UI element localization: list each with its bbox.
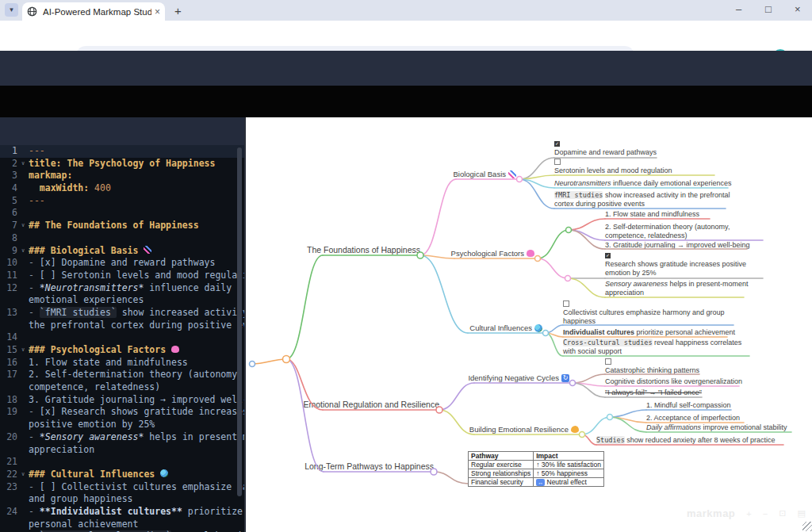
editor-row[interactable]: 12- *Neurotransmitters* influence daily [0,282,244,295]
editor-line-number: 4 [0,182,17,195]
editor-row[interactable]: competence, relatedness) [0,381,244,394]
editor-line-text: appreciation [29,444,244,457]
editor-row[interactable]: 9∨### Biological Basis [0,245,244,258]
editor-line-number: 6 [0,207,17,220]
editor-row[interactable]: 10- [x] Dopamine and reward pathways [0,257,244,270]
editor-row[interactable]: 22∨### Cultural Influences [0,469,244,481]
fold-gutter [17,232,29,245]
fold-caret-icon[interactable]: ∨ [17,158,29,170]
editor-line-number: 21 [0,456,17,469]
fold-gutter [17,481,29,494]
editor-line-text: maxWidth: 400 [29,182,244,195]
fold-caret-icon[interactable]: ∨ [17,245,29,258]
node-circle-negcycles[interactable] [570,381,576,386]
editor-line-text: - [x] Dopamine and reward pathways [29,257,244,270]
editor-row[interactable]: 20- *Sensory awareness* helps in present… [0,431,244,444]
editor-line-text [29,456,244,469]
node-circle-psychological[interactable] [535,256,541,262]
fold-caret-icon[interactable]: ∨ [17,469,29,481]
zoom-out-icon[interactable]: − [763,509,768,519]
fold-caret-icon[interactable]: ∨ [17,220,29,232]
editor-row[interactable]: 15∨### Psychological Factors [0,344,244,357]
editor-line-number [0,519,17,531]
editor-row[interactable]: 183. Gratitude journaling → improved wel… [0,394,244,407]
new-tab-button[interactable]: + [174,4,182,17]
table-cell-pathway: Strong relationships [469,469,534,478]
table-row: Financial security Neutral effect [469,478,604,487]
editor-row[interactable]: 8 [0,232,244,245]
editor-row[interactable]: 11- [ ] Serotonin levels and mood regula… [0,270,244,282]
markmap-brand[interactable]: markmap [687,507,735,519]
editor-scrollbar[interactable] [237,147,242,496]
editor-row[interactable]: 19- [x] Research shows gratitude increas… [0,406,244,419]
node-circle-psy-bullet-group[interactable] [565,276,571,281]
editor-row[interactable]: emotional experiences [0,294,244,307]
editor-row[interactable]: 14 [0,331,244,344]
pathways-impact-table: PathwayImpactRegular exercise↑ 30% life … [468,451,604,487]
table-cell-impact: Neutral effect [534,478,604,487]
resize-grip[interactable] [802,522,812,531]
editor-row[interactable]: 4 maxWidth: 400 [0,182,244,195]
node-circle-biological[interactable] [517,177,523,182]
editor-line-number: 5 [0,195,17,208]
node-circle-res-ordered-group[interactable] [607,415,613,420]
editor-row[interactable]: the prefrontal cortex during positive ev… [0,320,244,332]
editor-line-text: 2. Self-determination theory (autonomy, [29,369,244,381]
fold-gutter [17,331,29,344]
fit-window-icon[interactable]: ⊡ [779,508,786,519]
editor-row[interactable]: 24- **Individualist cultures** prioritiz… [0,506,244,519]
editor-row[interactable]: 23- [ ] Collectivist cultures emphasize … [0,481,244,494]
editor-line-number: 14 [0,331,17,344]
editor-row[interactable]: 161. Flow state and mindfulness [0,357,244,369]
editor-line-text: ### Psychological Factors [29,344,244,357]
editor-line-text: - **Individualist cultures** prioritize [29,506,244,519]
editor-line-number: 20 [0,431,17,444]
markdown-editor[interactable]: 1---2∨title: The Psychology of Happiness… [0,145,244,532]
node-circle-longterm[interactable] [431,469,437,475]
editor-line-number: 17 [0,369,17,381]
editor-row[interactable]: 3markmap: [0,170,244,182]
editor-line-text: personal achievement [29,519,244,531]
node-circle-root-parent[interactable] [250,362,255,367]
recenter-icon[interactable]: ▤ [797,508,805,519]
editor-row[interactable]: positive emotion by 25% [0,419,244,431]
editor-row[interactable]: and group happiness [0,493,244,506]
editor-row[interactable]: 172. Self-determination theory (autonomy… [0,369,244,381]
zoom-in-icon[interactable]: + [746,509,751,519]
editor-line-number: 16 [0,357,17,369]
editor-line-number: 12 [0,282,17,295]
editor-row[interactable]: personal achievement [0,519,244,531]
window-maximize-icon[interactable]: □ [765,3,772,15]
editor-line-text: the prefrontal cortex during positive ev… [29,320,244,332]
editor-line-text: 1. Flow state and mindfulness [29,357,244,369]
editor-row[interactable]: 7∨## The Foundations of Happiness [0,220,244,232]
editor-line-text: - *Neurotransmitters* influence daily [29,282,244,295]
editor-row[interactable]: 1--- [0,145,244,158]
fold-caret-icon[interactable]: ∨ [17,344,29,357]
node-circle-cultural[interactable] [543,331,549,336]
editor-toolbar: Insert Snippet ∨ [0,117,244,145]
fold-gutter [17,519,29,531]
node-circle-foundations[interactable] [417,252,423,258]
editor-row[interactable]: 5--- [0,195,244,208]
node-circle-resilience[interactable] [580,432,585,438]
fold-gutter [17,270,29,282]
fold-gutter [17,431,29,444]
editor-row[interactable]: appreciation [0,444,244,457]
fold-gutter [17,195,29,208]
editor-row[interactable]: 13- `fMRI studies` show increased activi… [0,307,244,320]
window-close-icon[interactable]: × [795,3,801,15]
editor-row[interactable]: 6 [0,207,244,220]
node-circle-root[interactable] [283,356,290,363]
table-header: Impact [534,452,604,461]
editor-row[interactable]: 21 [0,456,244,469]
tab-search-button[interactable]: ▾ [5,3,18,17]
editor-row[interactable]: 2∨title: The Psychology of Happiness [0,158,244,170]
node-circle-emotional[interactable] [436,407,442,413]
editor-line-number [0,444,17,457]
tab-close-icon[interactable]: × [155,6,160,17]
window-minimize-icon[interactable]: – [736,3,741,15]
editor-line-text: title: The Psychology of Happiness [29,158,244,170]
node-circle-psy-ordered-group[interactable] [566,228,572,233]
browser-tab[interactable]: AI-Powered Markmap Studio × [22,2,165,21]
